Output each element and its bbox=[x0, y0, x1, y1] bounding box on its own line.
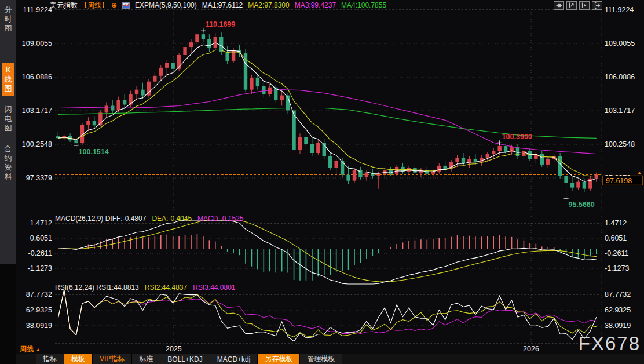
svg-text:2026: 2026 bbox=[523, 345, 539, 353]
chart-application: 分时图 K线图 闪电图 合约资料 美元指数 【周线】 ⊕ EXPMA(5,9,5… bbox=[0, 0, 644, 364]
indicator-name: EXPMA(5,9,50,100) bbox=[135, 1, 197, 9]
axis-play-icon[interactable] bbox=[579, 1, 590, 10]
svg-text:0.6051: 0.6051 bbox=[605, 234, 627, 242]
ma2-value: MA2:97.8300 bbox=[248, 1, 289, 9]
svg-text:-0.2611: -0.2611 bbox=[28, 249, 53, 257]
ma4-value: MA4:100.7855 bbox=[341, 1, 386, 9]
rsi2-label: RSI2:44.4837 bbox=[145, 283, 187, 292]
svg-text:38.0919: 38.0919 bbox=[605, 322, 631, 330]
toolbar-indicators-button[interactable]: 指标 bbox=[36, 354, 64, 364]
rsi-label-row: RSI(6,12,24) RSI1:44.8813 RSI2:44.4837 R… bbox=[55, 283, 236, 292]
svg-text:100.1514: 100.1514 bbox=[79, 148, 109, 156]
svg-text:97.6198: 97.6198 bbox=[606, 177, 632, 185]
macd-lines-layer bbox=[58, 220, 597, 284]
ma-lines-layer bbox=[58, 43, 597, 181]
rsi-lines-layer bbox=[58, 290, 597, 341]
svg-text:106.0886: 106.0886 bbox=[22, 73, 52, 81]
macd-label-row: MACD(26,12,9) DIFF:-0.4807 DEA:-0.4045 M… bbox=[55, 214, 243, 223]
svg-text:87.7732: 87.7732 bbox=[26, 290, 52, 299]
svg-text:-1.1273: -1.1273 bbox=[28, 264, 52, 272]
price-annotations-layer: 110.1699100.1514100.390095.5660 bbox=[74, 20, 595, 209]
chart-canvas[interactable]: 110.1699100.1514100.390095.5660111.92241… bbox=[0, 0, 644, 364]
svg-text:2025: 2025 bbox=[166, 345, 182, 353]
svg-text:111.9224: 111.9224 bbox=[23, 6, 52, 14]
instrument-title: 美元指数 bbox=[50, 1, 78, 10]
svg-text:110.1699: 110.1699 bbox=[206, 20, 235, 28]
period-selector[interactable]: 周线 ▲ bbox=[20, 344, 41, 354]
svg-text:109.0055: 109.0055 bbox=[22, 39, 52, 48]
svg-text:-1.1273: -1.1273 bbox=[605, 264, 629, 272]
macd-macd-label: MACD:-0.1525 bbox=[197, 214, 243, 223]
toolbar-boll-kdj-button[interactable]: BOLL+KDJ bbox=[160, 354, 210, 364]
svg-text:109.0055: 109.0055 bbox=[605, 39, 635, 48]
watermark: FX678 bbox=[579, 333, 641, 355]
ma3-value: MA3:99.4237 bbox=[295, 1, 336, 9]
svg-text:106.0886: 106.0886 bbox=[605, 73, 635, 81]
svg-text:95.5660: 95.5660 bbox=[569, 201, 595, 209]
svg-text:1.4712: 1.4712 bbox=[605, 219, 627, 227]
svg-text:0.6051: 0.6051 bbox=[30, 234, 52, 242]
macd-histogram-layer bbox=[58, 234, 597, 281]
svg-text:38.0919: 38.0919 bbox=[26, 322, 52, 330]
svg-text:100.2548: 100.2548 bbox=[605, 140, 635, 148]
svg-text:103.1717: 103.1717 bbox=[22, 107, 52, 115]
svg-text:62.9325: 62.9325 bbox=[605, 306, 631, 314]
line-chart-icon bbox=[122, 2, 130, 9]
svg-text:1.4712: 1.4712 bbox=[30, 219, 52, 227]
rsi1-label: RSI(6,12,24) RSI1:44.8813 bbox=[55, 283, 139, 292]
axis-zoom-icon[interactable] bbox=[566, 1, 577, 10]
toolbar-save-template-button[interactable]: 另存模板 bbox=[258, 354, 300, 364]
svg-text:-0.2611: -0.2611 bbox=[605, 249, 629, 257]
svg-text:97.3379: 97.3379 bbox=[26, 174, 52, 182]
period-up-arrow-icon: ▲ bbox=[35, 347, 41, 352]
period-label: 【周线】 bbox=[80, 1, 108, 10]
macd-diff-label: MACD(26,12,9) DIFF:-0.4807 bbox=[55, 214, 146, 223]
toolbar-standard-button[interactable]: 标准 bbox=[132, 354, 160, 364]
axis-labels-layer: 111.9224111.9224109.0055109.0055106.0886… bbox=[22, 6, 635, 353]
bottom-toolbar: 指标 模板 VIP指标 标准 BOLL+KDJ MACD+kdj 另存模板 管理… bbox=[16, 354, 644, 364]
last-price-box: 97.6198▲ bbox=[603, 170, 643, 185]
toolbar-macd-kdj-button[interactable]: MACD+kdj bbox=[210, 354, 258, 364]
candles-layer bbox=[56, 30, 598, 198]
svg-text:103.1717: 103.1717 bbox=[605, 107, 635, 115]
svg-text:▲: ▲ bbox=[637, 170, 642, 176]
svg-text:100.2548: 100.2548 bbox=[22, 140, 52, 148]
svg-text:62.9325: 62.9325 bbox=[26, 306, 52, 314]
grid-layer bbox=[55, 10, 601, 343]
window-controls bbox=[554, 1, 602, 10]
exit-right-icon[interactable] bbox=[592, 1, 602, 10]
toolbar-vip-indicators-button[interactable]: VIP指标 bbox=[93, 354, 132, 364]
ma1-value: MA1:97.6112 bbox=[202, 1, 243, 9]
toolbar-templates-button[interactable]: 模板 bbox=[64, 354, 93, 364]
svg-text:111.9224: 111.9224 bbox=[605, 6, 634, 14]
svg-text:87.7732: 87.7732 bbox=[605, 290, 631, 299]
macd-dea-label: DEA:-0.4045 bbox=[152, 214, 192, 223]
toolbar-manage-template-button[interactable]: 管理模板 bbox=[300, 354, 342, 364]
period-selector-label: 周线 bbox=[20, 345, 34, 353]
chart-header: 美元指数 【周线】 ⊕ EXPMA(5,9,50,100) MA1:97.611… bbox=[50, 1, 386, 10]
pan-icon[interactable] bbox=[554, 1, 564, 10]
rsi3-label: RSI3:44.0801 bbox=[193, 283, 235, 292]
add-indicator-icon[interactable]: ⊕ bbox=[111, 1, 117, 9]
svg-text:100.3900: 100.3900 bbox=[502, 133, 532, 141]
